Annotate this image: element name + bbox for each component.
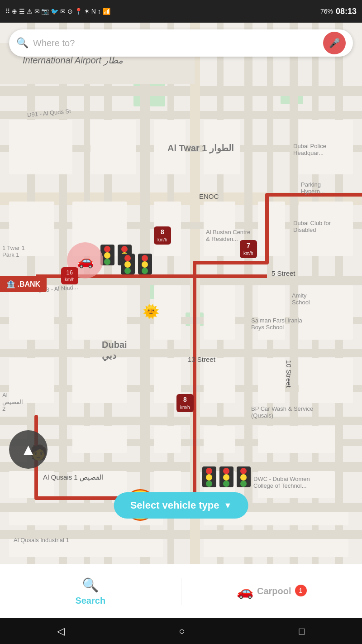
map-label-10street: 10 Street	[285, 360, 293, 388]
svg-point-79	[121, 246, 128, 252]
nav-compass-button[interactable]: ▲	[9, 430, 48, 469]
svg-rect-55	[258, 358, 285, 403]
traffic-light-cluster-2	[120, 254, 153, 275]
svg-rect-58	[154, 426, 181, 453]
bottom-bar: 🔍 Search 🚗 Carpool 1	[0, 564, 362, 618]
map-label-dubai: Dubaiدبي	[102, 340, 127, 361]
map-label-13street: 13 Street	[188, 356, 215, 363]
map-label-enoc: ENOC	[199, 192, 219, 200]
svg-point-77	[104, 259, 110, 265]
svg-point-93	[206, 481, 212, 487]
home-button[interactable]: ○	[179, 625, 185, 637]
map-label-industrial: Al Qusais Industrial 1	[14, 537, 69, 543]
svg-point-88	[142, 261, 148, 268]
carpool-tab-icon: 🚗	[237, 583, 253, 599]
map-label-5street: 5 Street	[272, 269, 295, 277]
svg-rect-59	[204, 426, 235, 453]
speed-badge-2: 7km/h	[240, 240, 257, 258]
carpool-tab-label: Carpool	[257, 586, 291, 596]
map-label-qusais1: Al Qusais 1 القصيص	[43, 473, 104, 481]
svg-rect-54	[204, 358, 235, 403]
svg-rect-60	[258, 426, 335, 453]
svg-rect-11	[0, 349, 362, 357]
search-tab-label: Search	[75, 596, 105, 606]
map-label-al2: Alالقصيص2	[2, 392, 23, 412]
svg-rect-13	[0, 462, 362, 472]
svg-text:International Airport مطار: International Airport مطار	[23, 55, 123, 66]
sun-character: 🌞	[143, 303, 159, 319]
search-bar[interactable]: 🔍 Where to? 🎤	[9, 29, 353, 57]
svg-point-75	[104, 246, 110, 252]
map-label-twar1park: 1 Twar 1Park 1	[2, 245, 25, 258]
select-vehicle-label: Select vehicle type	[130, 500, 219, 511]
svg-rect-52	[72, 358, 127, 403]
svg-point-85	[124, 268, 131, 274]
map-label-amity: AmitySchool	[292, 292, 310, 306]
speed-badge-1: 8km/h	[154, 226, 171, 245]
map-label-police: Dubai PoliceHeadquar...	[293, 143, 326, 156]
svg-rect-46	[72, 285, 127, 340]
svg-rect-17	[59, 23, 67, 564]
carpool-tab[interactable]: 🚗 Carpool 1	[181, 583, 362, 599]
svg-point-96	[223, 474, 229, 481]
android-nav-bar: ◁ ○ □	[0, 618, 362, 644]
status-time: 08:13	[336, 7, 357, 16]
carpool-row: 🚗 Carpool 1	[237, 583, 307, 599]
search-placeholder: Where to?	[33, 38, 323, 48]
svg-rect-57	[72, 426, 127, 453]
bank-logo-icon: 🏦	[6, 280, 15, 288]
svg-rect-69	[204, 539, 348, 557]
compass-icon: ▲	[20, 440, 37, 459]
svg-point-83	[124, 255, 131, 261]
map-label-al-twar: Al Twar 1 الطوار	[167, 143, 234, 154]
svg-point-97	[223, 481, 229, 487]
battery-level: 76%	[320, 8, 333, 15]
map-label-parking: ParkingHypern...	[301, 181, 325, 195]
carpool-badge: 1	[295, 585, 307, 596]
svg-point-100	[240, 474, 247, 481]
svg-rect-43	[258, 202, 285, 256]
svg-rect-49	[258, 285, 285, 340]
svg-point-95	[223, 468, 229, 474]
notification-icons: ⠿ ⊕ ☰ ⚠ ✉ 📷 🐦 ✉ ⊙ 📍 ✶ N ↕ 📶	[5, 8, 110, 15]
map-container[interactable]: International Airport مطار 🔍 Where to? 🎤…	[0, 23, 362, 564]
svg-point-99	[240, 468, 247, 474]
map-label-bp: BP Car Wash & Service(Qusais)	[251, 405, 313, 419]
bank-name: .BANK	[17, 280, 40, 288]
svg-point-91	[206, 468, 212, 474]
select-vehicle-button[interactable]: Select vehicle type ▼	[114, 492, 248, 519]
back-button[interactable]: ◁	[57, 625, 65, 637]
search-tab[interactable]: 🔍 Search	[0, 577, 181, 606]
recent-button[interactable]: □	[299, 625, 305, 637]
speed-with-cars: 16km/h	[61, 267, 78, 284]
svg-rect-45	[9, 285, 54, 340]
svg-point-87	[142, 255, 148, 261]
status-bar: ⠿ ⊕ ☰ ⚠ ✉ 📷 🐦 ✉ ⊙ 📍 ✶ N ↕ 📶 76% 08:13	[0, 0, 362, 23]
map-label-dwc: DWC - Dubai WomenCollege of Technol...	[253, 476, 310, 489]
svg-point-89	[142, 268, 148, 274]
svg-rect-48	[204, 285, 235, 340]
svg-rect-35	[90, 120, 136, 174]
status-bar-left: ⠿ ⊕ ☰ ⚠ ✉ 📷 🐦 ✉ ⊙ 📍 ✶ N ↕ 📶	[5, 8, 110, 15]
chevron-down-icon: ▼	[224, 501, 232, 510]
mic-button[interactable]: 🎤	[323, 32, 346, 54]
svg-point-101	[240, 481, 247, 487]
svg-point-92	[206, 474, 212, 481]
search-tab-icon: 🔍	[82, 577, 99, 593]
bank-logo: 🏦 .BANK	[0, 276, 47, 292]
svg-rect-19	[140, 23, 150, 564]
svg-rect-56	[299, 358, 353, 403]
search-icon: 🔍	[16, 37, 29, 49]
status-bar-right: 76% 08:13	[320, 7, 357, 16]
map-label-dubaiclub: Dubai Club forDisabled	[293, 220, 331, 233]
speed-badge-3: 8km/h	[176, 394, 194, 412]
svg-rect-7	[0, 86, 362, 96]
svg-point-76	[104, 252, 110, 259]
svg-point-84	[124, 261, 131, 268]
svg-rect-34	[9, 120, 72, 174]
traffic-light-cluster-3	[201, 466, 252, 488]
map-label-salman: Salman Farsi IraniaBoys School	[251, 317, 302, 331]
